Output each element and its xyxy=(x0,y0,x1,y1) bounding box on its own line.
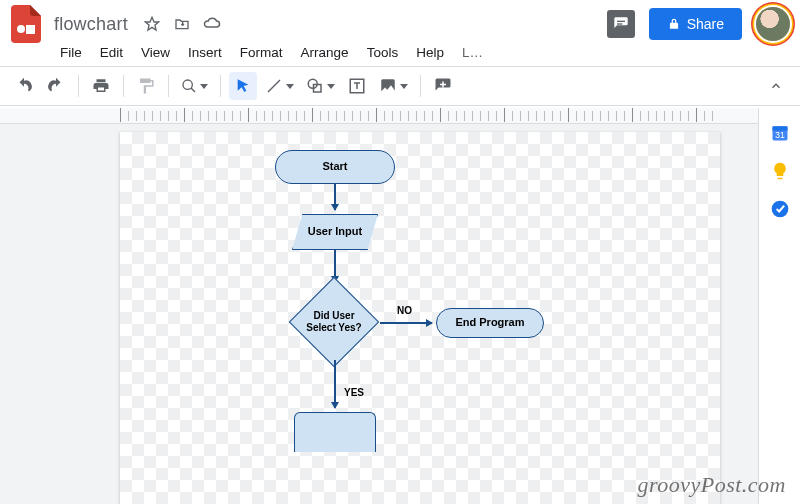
account-avatar[interactable] xyxy=(756,7,790,41)
move-icon[interactable] xyxy=(172,14,192,34)
flow-node-process[interactable] xyxy=(294,412,376,452)
zoom-button[interactable] xyxy=(177,72,212,100)
flow-arrow-decision-yes[interactable] xyxy=(334,360,336,408)
flow-node-start-label: Start xyxy=(322,160,347,173)
menu-view[interactable]: View xyxy=(133,41,178,64)
tasks-addon-icon[interactable] xyxy=(769,198,791,220)
flow-arrow-decision-no[interactable] xyxy=(380,322,432,324)
print-button[interactable] xyxy=(87,72,115,100)
cloud-status-icon[interactable] xyxy=(202,14,222,34)
flow-node-decision[interactable]: Did User Select Yes? xyxy=(288,284,380,360)
menu-insert[interactable]: Insert xyxy=(180,41,230,64)
menu-tools[interactable]: Tools xyxy=(359,41,407,64)
select-tool-button[interactable] xyxy=(229,72,257,100)
drawing-canvas[interactable]: Start User Input Did User Select Yes? NO… xyxy=(120,132,720,504)
flow-node-user-input-label: User Input xyxy=(308,225,362,238)
flow-label-no: NO xyxy=(397,305,412,316)
comments-icon[interactable] xyxy=(607,10,635,38)
paint-format-button[interactable] xyxy=(132,72,160,100)
titlebar: flowchart Share xyxy=(0,0,800,42)
flow-node-end-program-label: End Program xyxy=(455,316,524,329)
menu-help[interactable]: Help xyxy=(408,41,452,64)
svg-point-4 xyxy=(183,80,192,89)
share-button-label: Share xyxy=(687,16,724,32)
image-tool-button[interactable] xyxy=(375,72,412,100)
textbox-tool-button[interactable] xyxy=(343,72,371,100)
svg-point-0 xyxy=(17,25,25,33)
horizontal-ruler[interactable] xyxy=(0,108,758,124)
toolbar xyxy=(0,66,800,106)
document-title[interactable]: flowchart xyxy=(50,14,132,35)
side-panel: 31 xyxy=(758,108,800,504)
shape-tool-button[interactable] xyxy=(302,72,339,100)
menu-overflow[interactable]: L… xyxy=(454,41,491,64)
menu-format[interactable]: Format xyxy=(232,41,291,64)
menu-file[interactable]: File xyxy=(52,41,90,64)
svg-rect-1 xyxy=(26,25,35,34)
menubar: File Edit View Insert Format Arrange Too… xyxy=(0,42,800,66)
line-tool-button[interactable] xyxy=(261,72,298,100)
svg-text:31: 31 xyxy=(775,130,785,140)
menu-arrange[interactable]: Arrange xyxy=(293,41,357,64)
flow-node-decision-label: Did User Select Yes? xyxy=(298,310,370,334)
collapse-toolbar-button[interactable] xyxy=(762,72,790,100)
menu-edit[interactable]: Edit xyxy=(92,41,131,64)
share-button[interactable]: Share xyxy=(649,8,742,40)
drawings-app-icon[interactable] xyxy=(10,4,42,44)
svg-rect-3 xyxy=(617,23,622,24)
flow-node-end-program[interactable]: End Program xyxy=(436,308,544,338)
redo-button[interactable] xyxy=(42,72,70,100)
undo-button[interactable] xyxy=(10,72,38,100)
watermark: groovyPost.com xyxy=(637,472,786,498)
flow-node-start[interactable]: Start xyxy=(275,150,395,184)
calendar-addon-icon[interactable]: 31 xyxy=(769,122,791,144)
insert-comment-button[interactable] xyxy=(429,72,457,100)
flow-arrow-start-to-input[interactable] xyxy=(334,184,336,210)
flow-label-yes: YES xyxy=(344,387,364,398)
keep-addon-icon[interactable] xyxy=(769,160,791,182)
flow-node-user-input[interactable]: User Input xyxy=(292,214,378,250)
workspace: Start User Input Did User Select Yes? NO… xyxy=(0,108,758,504)
canvas-checker-bg xyxy=(120,132,720,504)
star-icon[interactable] xyxy=(142,14,162,34)
svg-rect-2 xyxy=(617,21,625,22)
